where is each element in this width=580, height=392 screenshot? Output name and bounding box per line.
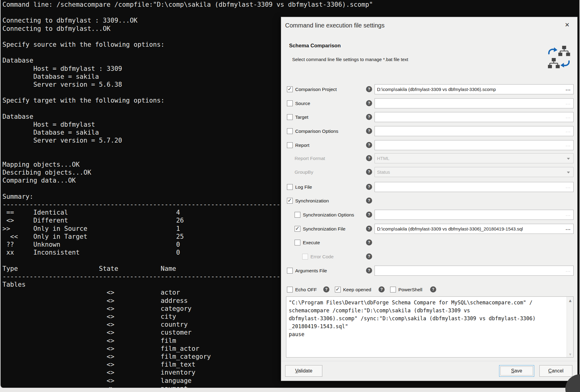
input-synchronization-file[interactable]: D:\comp\sakila (dbfmylast-3309 vs dbfmyl… <box>375 224 574 234</box>
help-icon-groupby[interactable]: ? <box>366 169 372 175</box>
checkbox-keep-opened[interactable] <box>335 287 341 292</box>
schema-sync-icon <box>547 45 571 70</box>
input-target[interactable]: ... <box>375 112 574 122</box>
option-label: PowerShell <box>398 287 422 292</box>
row-arguments-file: Arguments File ? ... <box>281 266 574 276</box>
checkbox-execute[interactable] <box>295 240 300 245</box>
browse-button[interactable]: ... <box>566 266 571 274</box>
help-icon-synchronization[interactable]: ? <box>366 198 372 204</box>
save-button[interactable]: Save <box>499 365 534 377</box>
checkbox-echo-off[interactable] <box>287 287 293 292</box>
row-groupby: GroupBy ? Status <box>281 167 574 177</box>
help-icon-arguments-file[interactable]: ? <box>366 267 372 274</box>
cancel-button[interactable]: Cancel <box>539 365 572 377</box>
screen: { "colors": { "console_bg": "#0d0d0d", "… <box>0 0 580 392</box>
help-icon-comparison-project[interactable]: ? <box>366 86 372 92</box>
close-icon[interactable]: ✕ <box>563 20 572 29</box>
checkbox-report[interactable] <box>287 142 293 148</box>
dropdown-groupby[interactable]: Status <box>375 167 574 177</box>
dialog-description: Select command line file settings to man… <box>292 57 408 62</box>
field-label: GroupBy <box>295 169 313 175</box>
option-label: Echo OFF <box>295 287 317 292</box>
bat-text-box[interactable]: "C:\Program Files\Devart\dbForge Schema … <box>286 296 574 358</box>
checkbox-synchronization-file[interactable] <box>295 226 300 232</box>
dropdown-report-format[interactable]: HTML <box>375 153 574 163</box>
input-log-file[interactable]: ... <box>375 182 574 192</box>
help-icon-execute[interactable]: ? <box>366 239 372 245</box>
help-icon-target[interactable]: ? <box>366 114 372 120</box>
help-icon-powershell[interactable]: ? <box>430 286 436 292</box>
field-label: Comparison Options <box>295 129 338 134</box>
row-source: Source ? ... <box>281 98 574 109</box>
field-label: Log File <box>295 184 312 190</box>
browse-button[interactable]: ... <box>566 224 571 233</box>
browse-button[interactable]: ... <box>566 85 571 93</box>
checkbox-comparison-options[interactable] <box>287 128 293 134</box>
scroll-up-icon[interactable]: ▲ <box>567 299 574 303</box>
browse-button[interactable]: ... <box>566 112 571 121</box>
help-icon-report-format[interactable]: ? <box>366 155 372 161</box>
help-icon-error-code[interactable]: ? <box>366 253 372 260</box>
row-execute: Execute ? <box>281 238 574 248</box>
chevron-down-icon[interactable] <box>567 172 570 173</box>
row-comparison-project: Comparison Project ? D:\comp\sakila (dbf… <box>281 84 574 95</box>
input-synchronization-options[interactable]: ... <box>375 210 574 220</box>
field-label: Arguments File <box>295 268 327 274</box>
field-label: Synchronization File <box>303 226 346 232</box>
chevron-down-icon[interactable] <box>567 158 570 160</box>
field-value: D:\comp\sakila (dbfmylast-3309 vs dbfmyl… <box>377 226 523 231</box>
help-icon-report[interactable]: ? <box>366 142 372 148</box>
field-label: Comparison Project <box>295 87 337 92</box>
input-arguments-file[interactable]: ... <box>375 266 574 276</box>
help-icon-synchronization-file[interactable]: ? <box>366 226 372 232</box>
checkbox-synchronization[interactable] <box>287 198 293 204</box>
checkbox-error-code[interactable] <box>302 254 308 260</box>
schema-comparison-heading: Schema Comparison <box>289 43 341 49</box>
checkbox-powershell[interactable] <box>390 287 396 292</box>
checkbox-arguments-file[interactable] <box>287 268 293 274</box>
browse-button[interactable]: ... <box>566 99 571 107</box>
field-label: Error Code <box>310 254 334 260</box>
field-label: Synchronization <box>295 198 329 204</box>
help-icon-log-file[interactable]: ? <box>366 184 372 190</box>
field-value: Status <box>377 169 390 175</box>
checkbox-log-file[interactable] <box>287 184 293 190</box>
scroll-down-icon[interactable]: ▼ <box>567 353 574 356</box>
dialog-title: Command line execution file settings <box>285 22 385 29</box>
checkbox-target[interactable] <box>287 114 293 120</box>
row-log-file: Log File ? ... <box>281 182 574 192</box>
input-comparison-options[interactable]: ... <box>375 126 574 136</box>
validate-button[interactable]: Validate <box>285 365 322 377</box>
button-bar-separator <box>281 361 577 361</box>
field-label: Report Format <box>295 156 325 161</box>
field-label: Source <box>295 101 310 106</box>
row-synchronization-file: Synchronization File ? D:\comp\sakila (d… <box>281 224 574 234</box>
row-target: Target ? ... <box>281 112 574 122</box>
help-icon-keep-opened[interactable]: ? <box>379 286 385 292</box>
field-label: Target <box>295 114 308 120</box>
browse-button[interactable]: ... <box>566 210 571 219</box>
checkbox-synchronization-options[interactable] <box>295 212 300 218</box>
field-value: D:\comp\sakila (dbfmylast-3309 vs dbfmyl… <box>377 87 496 92</box>
checkbox-source[interactable] <box>287 100 293 106</box>
help-icon-synchronization-options[interactable]: ? <box>366 212 372 218</box>
browse-button[interactable]: ... <box>566 140 571 149</box>
help-icon-source[interactable]: ? <box>366 100 372 106</box>
input-report[interactable]: ... <box>375 140 574 150</box>
command-line-settings-dialog: Command line execution file settings ✕ S… <box>281 17 578 381</box>
input-comparison-project[interactable]: D:\comp\sakila (dbfmylast-3309 vs dbfmyl… <box>375 84 574 94</box>
input-source[interactable]: ... <box>375 98 574 108</box>
row-comparison-options: Comparison Options ? ... <box>281 126 574 136</box>
field-value: HTML <box>377 156 390 161</box>
row-synchronization-options: Synchronization Options ? ... <box>281 210 574 220</box>
browse-button[interactable]: ... <box>566 182 571 191</box>
help-icon-echo-off[interactable]: ? <box>323 286 329 292</box>
help-icon-comparison-options[interactable]: ? <box>366 128 372 134</box>
field-label: Report <box>295 143 310 148</box>
row-report: Report ? ... <box>281 140 574 151</box>
scrollbar[interactable]: ▲ ▼ <box>567 297 573 357</box>
browse-button[interactable]: ... <box>566 126 571 135</box>
bat-text-content: "C:\Program Files\Devart\dbForge Schema … <box>286 297 573 357</box>
checkbox-comparison-project[interactable] <box>287 86 293 92</box>
row-report-format: Report Format ? HTML <box>281 153 574 164</box>
